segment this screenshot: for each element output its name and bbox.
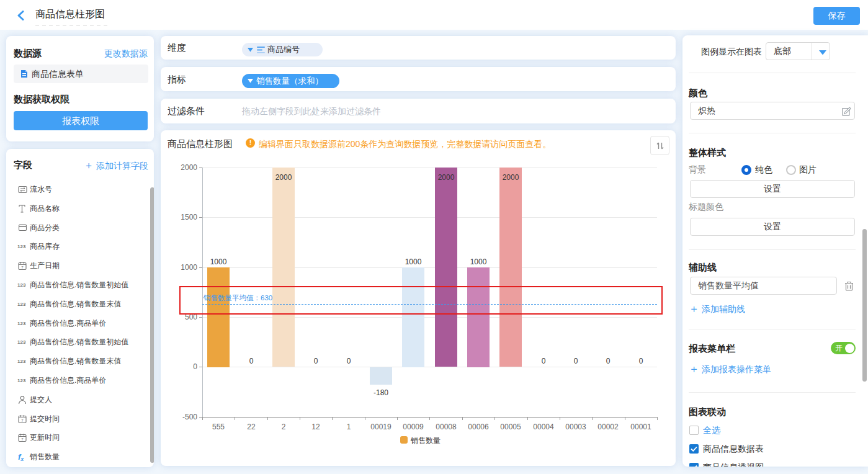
svg-text:7: 7 (21, 266, 24, 269)
svg-text:7: 7 (21, 419, 24, 423)
svg-text:7: 7 (21, 437, 24, 441)
